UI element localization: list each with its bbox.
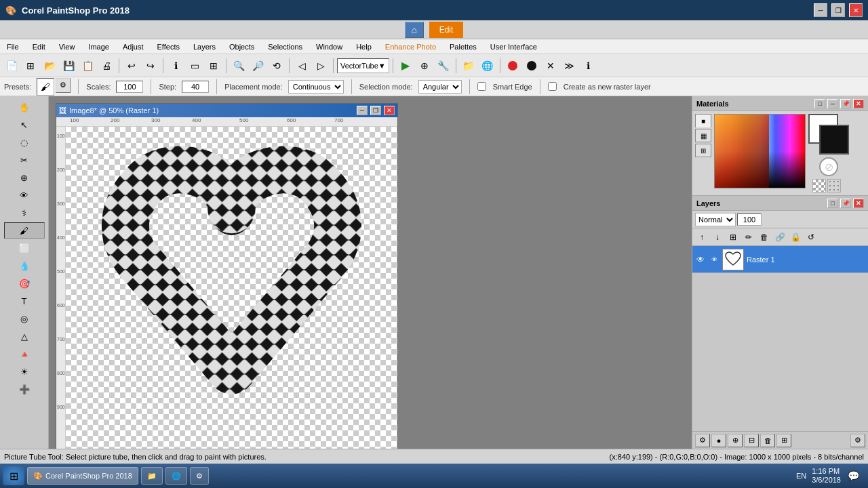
tube-tool-button[interactable]: 🎯 <box>4 275 45 291</box>
layers-pin-btn[interactable]: 📌 <box>840 199 851 208</box>
minimize-button[interactable]: ─ <box>814 3 827 17</box>
pattern-tab[interactable]: ⊞ <box>695 144 711 157</box>
edit-layer-icon[interactable]: ✏ <box>742 230 755 244</box>
open-file-btn[interactable]: 📁 <box>460 57 477 75</box>
image-canvas[interactable] <box>66 127 397 449</box>
color-picker[interactable] <box>714 114 806 188</box>
move-up-icon[interactable]: ↑ <box>695 230 709 244</box>
vectortube-dropdown[interactable]: VectorTube ▼ <box>337 58 389 73</box>
print-button[interactable]: 🖨 <box>98 57 115 75</box>
info-button[interactable]: ℹ <box>167 57 184 75</box>
menu-image[interactable]: Image <box>81 39 116 54</box>
play-button[interactable]: ▶ <box>397 57 414 75</box>
preset-settings[interactable]: ⚙ <box>56 78 71 93</box>
burn-tool-button[interactable]: ☀ <box>4 363 45 380</box>
new-raster-checkbox[interactable] <box>548 82 557 91</box>
placement-select[interactable]: Continuous Single <box>288 80 344 94</box>
taskbar-app-explorer[interactable]: 📁 <box>141 467 163 485</box>
menu-user-interface[interactable]: User Interface <box>484 39 544 54</box>
start-button[interactable]: ⊞ <box>3 466 24 485</box>
link-icon[interactable]: 🔗 <box>773 230 787 244</box>
notification-icon[interactable]: 💬 <box>846 469 860 483</box>
menu-help[interactable]: Help <box>349 39 378 54</box>
brush-select-button[interactable]: ⊕ <box>416 57 433 75</box>
new-layer-btn[interactable]: ⚙ <box>695 434 710 447</box>
trash-layer-icon[interactable]: 🗑 <box>757 230 771 244</box>
layers-new-btn[interactable]: □ <box>827 199 838 208</box>
pattern-checker[interactable] <box>812 179 826 192</box>
lock-icon[interactable]: 🔒 <box>789 230 802 244</box>
selection-select[interactable]: Angular Circular <box>418 80 462 94</box>
step-input[interactable] <box>182 81 209 93</box>
scales-input[interactable] <box>116 81 143 93</box>
delete-layer-btn[interactable]: 🗑 <box>760 434 775 447</box>
info2-btn[interactable]: ℹ <box>580 57 597 75</box>
menu-edit[interactable]: Edit <box>26 39 52 54</box>
clone-tool-button[interactable]: ◎ <box>4 310 45 327</box>
menu-file[interactable]: File <box>0 39 26 54</box>
add-tool-button[interactable]: ➕ <box>4 381 45 397</box>
opacity-input[interactable] <box>737 214 762 226</box>
image-close-button[interactable]: ✕ <box>384 106 395 115</box>
materials-close-btn[interactable]: ─ <box>827 99 838 108</box>
fill-tool-button[interactable]: 💧 <box>4 258 45 274</box>
background-swatch[interactable] <box>819 125 849 155</box>
undo-icon[interactable]: ↺ <box>804 230 818 244</box>
image-restore-button[interactable]: ❐ <box>370 106 381 115</box>
zoom-in-button[interactable]: 🔍 <box>230 57 248 75</box>
preset-icon-brush[interactable]: 🖌 <box>37 78 54 96</box>
layers-extra-btn[interactable]: ⚙ <box>850 434 865 447</box>
redo-button[interactable]: ↪ <box>142 57 159 75</box>
taskbar-app-paintshop[interactable]: 🎨 Corel PaintShop Pro 2018 <box>27 467 138 485</box>
lasso-tool-button[interactable]: ◌ <box>4 134 45 150</box>
menu-objects[interactable]: Objects <box>222 39 261 54</box>
grid-button[interactable]: ⊞ <box>22 57 39 75</box>
close-button[interactable]: ✕ <box>849 3 863 17</box>
taskbar-app-chrome[interactable]: 🌐 <box>165 467 187 485</box>
layer-visibility-icon[interactable]: 👁 <box>695 254 706 265</box>
menu-selections[interactable]: Selections <box>261 39 309 54</box>
pan-tool-button[interactable]: ✋ <box>4 99 45 115</box>
paint-btn[interactable]: ● <box>711 434 726 447</box>
menu-palettes[interactable]: Palettes <box>443 39 484 54</box>
eye-tool-button[interactable]: 👁 <box>4 187 45 203</box>
options-button[interactable]: 🔧 <box>435 57 452 75</box>
save-as-button[interactable]: 📋 <box>79 57 96 75</box>
blend-mode-select[interactable]: Normal Multiply Screen Overlay <box>695 213 736 226</box>
group-layer-btn[interactable]: ⊟ <box>744 434 759 447</box>
black-btn[interactable] <box>523 57 540 75</box>
menu-effects[interactable]: Effects <box>151 39 186 54</box>
home-button[interactable]: ⌂ <box>405 22 424 38</box>
materials-pin-btn[interactable]: 📌 <box>840 99 851 108</box>
pattern-dots[interactable] <box>827 179 841 192</box>
sharpen-tool-button[interactable]: △ <box>4 328 45 344</box>
no-color-icon[interactable]: ⊘ <box>819 157 838 176</box>
red-btn[interactable] <box>504 57 521 75</box>
add-layer-btn[interactable]: ⊕ <box>728 434 743 447</box>
menu-window[interactable]: Window <box>309 39 349 54</box>
restore-button[interactable]: ❐ <box>831 3 845 17</box>
layer-visibility-icon2[interactable]: 👁 <box>709 254 719 265</box>
menu-layers[interactable]: Layers <box>186 39 222 54</box>
menu-enhance-photo[interactable]: Enhance Photo <box>378 39 443 54</box>
ruler-button[interactable]: ▭ <box>186 57 203 75</box>
menu-adjust[interactable]: Adjust <box>116 39 151 54</box>
save-button[interactable]: 💾 <box>60 57 77 75</box>
undo-button[interactable]: ↩ <box>123 57 140 75</box>
cancel-btn[interactable]: ✕ <box>542 57 559 75</box>
smart-edge-checkbox[interactable] <box>477 82 486 91</box>
grid-toggle-button[interactable]: ⊞ <box>205 57 222 75</box>
save-web-btn[interactable]: 🌐 <box>479 57 496 75</box>
taskbar-app-app[interactable]: ⚙ <box>190 467 209 485</box>
red-eye-tool-button[interactable]: 🔺 <box>4 346 45 362</box>
move-down-icon[interactable]: ↓ <box>711 230 724 244</box>
eraser-tool-button[interactable]: ⬜ <box>4 240 45 256</box>
new-button[interactable]: 📄 <box>3 57 20 75</box>
brush-tool-button active[interactable]: 🖌 <box>4 222 45 239</box>
text-tool-button[interactable]: T <box>4 293 45 309</box>
gradient-tab[interactable]: ▦ <box>695 129 711 142</box>
layers-close-btn[interactable]: ✕ <box>853 199 864 208</box>
select-tool-button[interactable]: ↖ <box>4 117 45 133</box>
zoom-out-button[interactable]: 🔎 <box>249 57 267 75</box>
crop-tool-button[interactable]: ✂ <box>4 152 45 168</box>
